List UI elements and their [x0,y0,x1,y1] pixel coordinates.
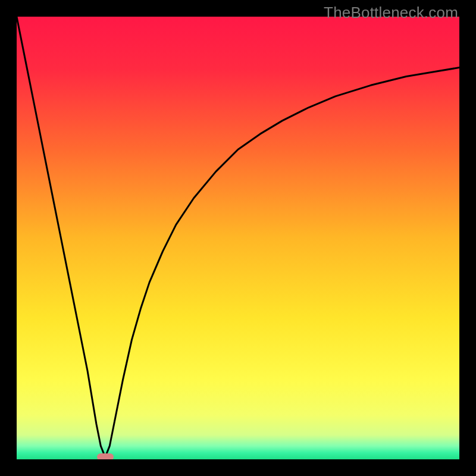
bottleneck-chart: TheBottleneck.com [0,0,476,476]
optimum-indicator [97,453,114,459]
plot-area [17,17,459,459]
watermark-text: TheBottleneck.com [324,4,458,22]
curve-layer [17,17,459,459]
bottleneck-curve [17,17,459,457]
